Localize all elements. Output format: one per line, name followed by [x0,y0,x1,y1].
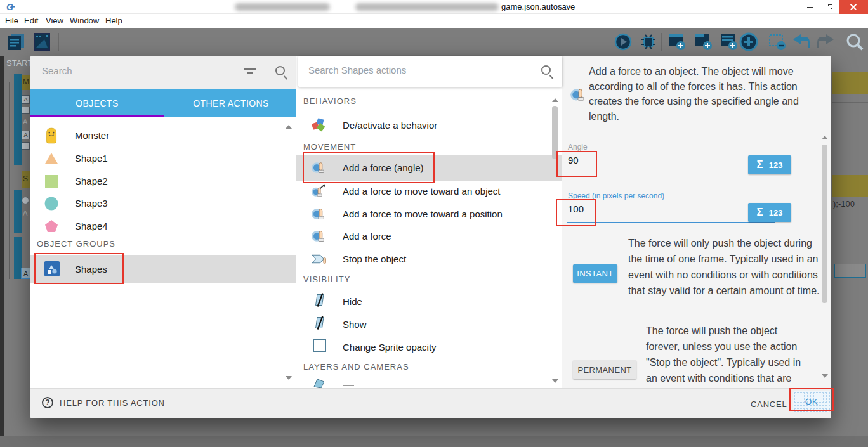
event-sheet-fragment: M [23,77,29,86]
add-comment-icon[interactable] [720,33,739,51]
speed-expression-button[interactable]: Σ 123 [748,203,791,222]
help-button[interactable]: ? HELP FOR THIS ACTION [42,397,165,408]
ok-button[interactable]: OK [793,391,830,412]
pentagon-icon [44,219,59,234]
close-button[interactable] [839,0,868,14]
instant-description: The force will only push the object duri… [628,235,821,299]
menu-file[interactable]: File [5,16,18,25]
event-bar [14,190,22,233]
object-groups-header: OBJECT GROUPS [37,239,115,249]
clipped-label [343,385,354,386]
menu-window[interactable]: Window [70,16,99,25]
event-bar [14,74,22,122]
action-search-input[interactable] [307,64,516,76]
scroll-up-icon[interactable] [552,98,558,102]
object-row-shape3[interactable]: Shape3 [30,192,296,215]
angle-input[interactable]: 90 [568,155,579,165]
scene-editor-icon[interactable] [32,32,52,51]
delete-event-icon[interactable] [768,33,787,51]
add-subevent-icon[interactable] [694,33,713,51]
circle-icon [44,196,59,211]
action-list: BEHAVIORS De/activate a behavior MOVEMEN… [296,87,562,388]
action-row-force-toward-position[interactable]: Add a force to move toward a position [296,204,562,225]
object-search-input[interactable] [41,65,231,77]
event-field-fragment [834,264,866,278]
search-icon[interactable] [541,65,551,75]
triangle-icon [44,151,59,166]
restore-button[interactable] [820,0,839,14]
minimize-icon [807,7,813,8]
angle-expression-button[interactable]: Σ 123 [748,155,791,174]
scroll-down-icon[interactable] [286,376,292,380]
action-row-change-opacity[interactable]: Change Sprite opacity [296,335,562,358]
object-row-shape4[interactable]: Shape4 [30,215,296,238]
menu-bar: File Edit View Window Help [0,14,868,28]
object-row-monster[interactable]: Monster [30,124,296,147]
action-row-add-force[interactable]: Add a force [296,226,562,247]
cancel-button[interactable]: CANCEL [751,399,787,409]
scrollbar-thumb[interactable] [552,106,558,159]
search-events-icon[interactable] [845,32,864,51]
action-row-add-force-angle[interactable]: Add a force (angle) [296,155,562,181]
action-row-partial[interactable] [296,377,562,388]
section-behaviors: BEHAVIORS [303,96,357,106]
scrollbar-thumb[interactable] [822,145,827,303]
sigma-icon: Σ [757,159,763,171]
scroll-up-icon[interactable] [286,125,292,129]
scroll-down-icon[interactable] [552,379,558,383]
section-movement: MOVEMENT [303,142,356,152]
search-icon[interactable] [275,66,285,75]
action-row-hide[interactable]: Hide [296,290,562,312]
add-force-icon [311,228,327,244]
screen: G game.json.autosave File Edit View Wind… [0,0,868,447]
action-row-force-toward-object[interactable]: Add a force to move toward an object [296,181,562,202]
tab-objects[interactable]: OBJECTS [30,89,164,117]
scroll-down-icon[interactable] [822,374,828,378]
object-search-bar [30,56,296,89]
minimize-button[interactable] [801,0,820,14]
menu-view[interactable]: View [46,16,63,25]
scene-tab-label: START [6,58,32,68]
sigma-icon: Σ [757,206,763,219]
menu-help[interactable]: Help [105,16,122,25]
group-row-shapes[interactable]: Shapes [30,255,296,283]
section-layers-cameras: LAYERS AND CAMERAS [303,362,409,372]
event-sheet-fragment: A [22,131,30,139]
stop-object-icon [311,251,327,267]
action-editor-dialog: OBJECTS OTHER ACTIONS Monster [30,56,831,418]
debugger-icon[interactable] [640,33,657,51]
permanent-button[interactable]: PERMANENT [573,360,636,379]
object-row-shape2[interactable]: Shape2 [30,170,296,193]
object-row-shape1[interactable]: Shape1 [30,147,296,170]
shapes-group-icon [44,261,60,276]
add-force-icon [311,160,327,176]
undo-icon[interactable] [792,33,811,51]
dialog-footer: ? HELP FOR THIS ACTION CANCEL OK [30,388,831,418]
numbers-icon: 123 [769,208,783,217]
scroll-up-icon[interactable] [822,136,828,139]
monster-icon [44,127,58,144]
event-tree-line [9,82,10,279]
event-sheet-fragment: S [23,174,28,183]
speed-label: Speed (in pixels per second) [568,191,664,200]
event-icon-fragment [22,142,30,150]
add-event-icon[interactable] [667,33,687,51]
close-icon [850,4,857,10]
tab-other-actions[interactable]: OTHER ACTIONS [164,89,298,117]
hide-icon [312,292,327,308]
project-manager-icon[interactable] [6,32,27,51]
left-panel-tabs: OBJECTS OTHER ACTIONS [30,89,298,117]
redo-icon[interactable] [816,33,835,51]
speed-underline [567,222,775,223]
add-new-icon[interactable] [739,32,759,52]
menu-edit[interactable]: Edit [24,16,38,25]
action-row-deactivate-behavior[interactable]: De/activate a behavior [296,114,562,136]
instant-button[interactable]: INSTANT [573,264,617,283]
force-toward-object-icon [311,183,327,199]
speed-input[interactable]: 100 [568,204,584,214]
action-row-stop-object[interactable]: Stop the object [296,248,562,269]
filter-icon[interactable] [244,68,256,76]
layer-icon [312,378,326,388]
action-row-show[interactable]: Show [296,313,562,335]
play-icon[interactable] [614,33,632,51]
